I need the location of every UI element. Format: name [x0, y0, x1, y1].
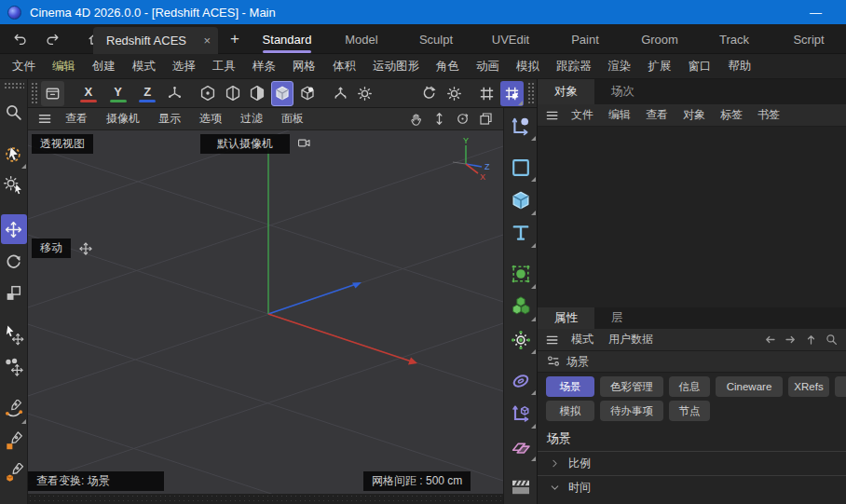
chip-color-management[interactable]: 色彩管理	[600, 376, 663, 397]
layout-tab-sculpt[interactable]: Sculpt	[399, 24, 473, 54]
layout-tab-track[interactable]: Track	[697, 24, 771, 54]
viewport-menu-view[interactable]: 查看	[56, 111, 97, 127]
om-menu-objects[interactable]: 对象	[675, 107, 713, 123]
object-list[interactable]	[538, 127, 846, 307]
transform-tool-button[interactable]	[1, 320, 27, 350]
scale-tool-button[interactable]	[1, 278, 27, 307]
om-menu-view[interactable]: 查看	[638, 107, 675, 123]
viewport-menu-options[interactable]: 选项	[190, 111, 231, 127]
menu-tools[interactable]: 工具	[204, 59, 244, 75]
move-tool-button[interactable]	[1, 214, 27, 244]
am-search-icon[interactable]	[825, 333, 839, 347]
edges-mode-button[interactable]	[221, 81, 244, 106]
minimize-button[interactable]: —	[810, 6, 822, 20]
om-menu-tags[interactable]: 标签	[713, 107, 750, 123]
reset-psr-button[interactable]	[417, 81, 441, 106]
menu-create[interactable]: 创建	[84, 59, 124, 75]
new-tab-button[interactable]: +	[224, 28, 246, 50]
live-selection-button[interactable]	[1, 140, 27, 170]
workplane-button[interactable]	[329, 81, 352, 106]
om-menu-file[interactable]: 文件	[564, 107, 601, 123]
object-manager-tab-objects[interactable]: 对象	[538, 79, 594, 104]
chip-info[interactable]: 信息	[669, 376, 710, 397]
layout-tab-paint[interactable]: Paint	[548, 24, 622, 54]
menu-character[interactable]: 角色	[428, 59, 468, 75]
reset-settings-button[interactable]	[443, 81, 466, 106]
undo-button[interactable]	[9, 28, 32, 50]
spline-pen-button[interactable]	[1, 395, 27, 425]
parent-up-icon[interactable]	[804, 333, 818, 347]
maximize-icon[interactable]	[478, 111, 494, 127]
layout-tab-model[interactable]: Model	[324, 24, 399, 54]
close-tab-icon[interactable]: ×	[203, 34, 211, 48]
menu-help[interactable]: 帮助	[720, 59, 760, 75]
layout-tab-script[interactable]: Script	[771, 24, 846, 54]
viewport-menu-icon[interactable]	[34, 108, 56, 130]
model-mode-button[interactable]	[271, 81, 294, 106]
attributes-tab-layers[interactable]: 层	[594, 307, 640, 329]
search-tool-button[interactable]	[1, 97, 27, 127]
menu-volume[interactable]: 体积	[324, 59, 364, 75]
viewport-canvas[interactable]: 透视视图 默认摄像机 Y Z X 移动 查看变换: 场景 网格间距 : 500 …	[28, 130, 503, 494]
chip-xrefs[interactable]: XRefs	[788, 376, 829, 397]
menu-edit[interactable]: 编辑	[44, 59, 84, 75]
primitive-object-button[interactable]	[505, 184, 537, 215]
object-manager-menu-icon[interactable]	[545, 108, 560, 123]
am-menu-mode[interactable]: 模式	[564, 332, 601, 347]
section-time[interactable]: 时间	[538, 475, 846, 499]
viewport-menu-cameras[interactable]: 摄像机	[97, 111, 149, 127]
camera-switch-icon[interactable]	[296, 135, 312, 151]
om-menu-edit[interactable]: 编辑	[601, 107, 638, 123]
viewport-menu-display[interactable]: 显示	[149, 111, 190, 127]
menu-animate[interactable]: 动画	[468, 59, 508, 75]
view-label[interactable]: 透视视图	[32, 134, 93, 154]
coordinate-system-button[interactable]	[163, 81, 186, 106]
sketch-pen-button[interactable]	[1, 427, 27, 456]
menu-file[interactable]: 文件	[4, 59, 44, 75]
menu-window[interactable]: 窗口	[680, 59, 720, 75]
axis-x-lock-button[interactable]: X	[77, 82, 100, 105]
orbit-icon[interactable]	[455, 111, 471, 127]
layout-tab-groom[interactable]: Groom	[622, 24, 697, 54]
object-manager-tab-takes[interactable]: 场次	[594, 79, 651, 104]
menu-simulate[interactable]: 模拟	[508, 59, 548, 75]
redo-button[interactable]	[41, 28, 63, 50]
am-menu-userdata[interactable]: 用户数据	[601, 332, 661, 347]
scene-object-button[interactable]	[505, 431, 537, 462]
section-scale[interactable]: 比例	[538, 451, 846, 475]
axis-y-lock-button[interactable]: Y	[107, 82, 130, 105]
chip-scene[interactable]: 场景	[546, 376, 594, 397]
menu-tracker[interactable]: 跟踪器	[548, 59, 600, 75]
menu-mode[interactable]: 模式	[124, 59, 164, 75]
leftbar-drag-handle[interactable]	[4, 82, 24, 89]
spline-primitive-button[interactable]	[505, 152, 537, 183]
pen-tool-button[interactable]	[505, 111, 537, 142]
arrange-tool-button[interactable]	[1, 352, 27, 382]
toolbar-drag-handle-right[interactable]	[527, 82, 534, 104]
chip-simulation[interactable]: 模拟	[546, 401, 594, 421]
toolbar-drag-handle[interactable]	[31, 82, 37, 104]
field-object-button[interactable]	[505, 398, 537, 429]
chip-animation[interactable]: 动画	[835, 376, 846, 397]
mode-toggle-icon[interactable]	[546, 354, 561, 369]
menu-spline[interactable]: 样条	[244, 59, 284, 75]
polygons-mode-button[interactable]	[246, 81, 269, 106]
grid-snap-button[interactable]	[500, 81, 524, 106]
deformer-button[interactable]	[505, 365, 537, 396]
chip-todo[interactable]: 待办事项	[600, 401, 663, 421]
axis-z-lock-button[interactable]: Z	[136, 82, 158, 105]
object-axis-mode-button[interactable]	[295, 81, 319, 106]
menu-select[interactable]: 选择	[164, 59, 204, 75]
workplane-settings-button[interactable]	[354, 81, 377, 106]
viewport-menu-panel[interactable]: 面板	[272, 111, 313, 127]
dolly-icon[interactable]	[431, 111, 447, 127]
document-tab[interactable]: Redshift ACES ×	[93, 27, 218, 54]
chip-nodes[interactable]: 节点	[669, 401, 710, 421]
menu-extensions[interactable]: 扩展	[640, 59, 680, 75]
rotate-tool-button[interactable]	[1, 246, 27, 276]
menu-render[interactable]: 渲染	[600, 59, 640, 75]
mode-object-label[interactable]: 场景	[566, 354, 589, 370]
layout-tab-standard[interactable]: Standard	[250, 24, 324, 54]
pan-hand-icon[interactable]	[408, 111, 424, 127]
grid-toggle-button[interactable]	[475, 81, 498, 106]
